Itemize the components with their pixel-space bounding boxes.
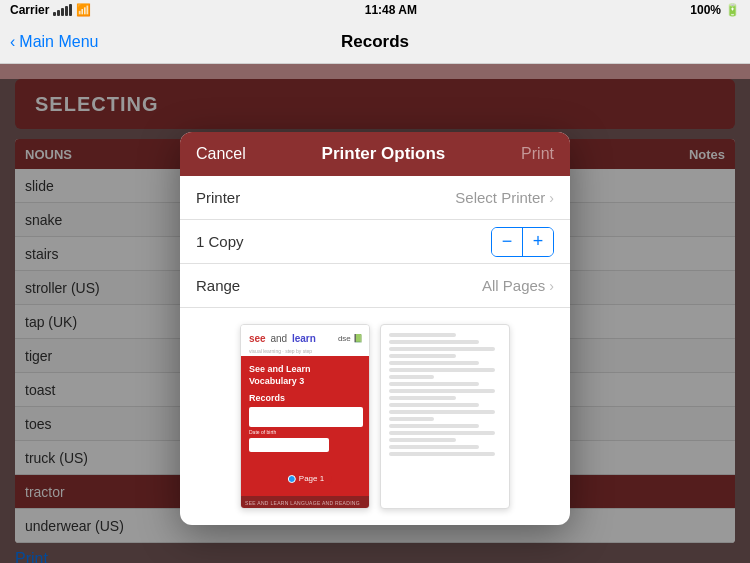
preview-cover-red: See and LearnVocabulary 3 Records Date o… xyxy=(241,356,370,474)
range-label: Range xyxy=(196,277,240,294)
tagline: visual learning · step by step xyxy=(241,348,370,356)
preview-cover: see and learn dse 📗 visual learning · st… xyxy=(241,325,370,509)
back-label[interactable]: Main Menu xyxy=(19,33,98,51)
preview-cover-top: see and learn dse 📗 xyxy=(241,325,370,348)
preview-line xyxy=(389,361,479,365)
preview-line xyxy=(389,389,495,393)
select-printer-text: Select Printer xyxy=(455,189,545,206)
preview-dob-field xyxy=(249,438,329,452)
status-time: 11:48 AM xyxy=(365,3,417,17)
see-and-learn-logo: see and learn xyxy=(249,333,316,344)
preview-page-2 xyxy=(380,324,510,509)
preview-line xyxy=(389,347,495,351)
printer-row[interactable]: Printer Select Printer › xyxy=(180,176,570,220)
preview-cover-footer: SEE AND LEARN LANGUAGE AND READING xyxy=(241,496,370,509)
nav-title: Records xyxy=(341,32,409,52)
dse-logo: dse 📗 xyxy=(338,334,363,343)
preview-line xyxy=(389,445,479,449)
cancel-button[interactable]: Cancel xyxy=(196,145,246,163)
preview-line xyxy=(389,417,434,421)
stepper-minus-button[interactable]: − xyxy=(492,228,522,256)
and-text: and xyxy=(268,333,290,344)
badge-dot xyxy=(288,475,296,483)
chevron-right-icon: › xyxy=(549,278,554,294)
battery-text: 100% xyxy=(690,3,721,17)
preview-line xyxy=(389,382,479,386)
page-preview-area: see and learn dse 📗 visual learning · st… xyxy=(180,308,570,525)
preview-line xyxy=(389,340,479,344)
learn-text: learn xyxy=(292,333,316,344)
preview-line xyxy=(389,452,495,456)
preview-line xyxy=(389,354,456,358)
preview-name-field xyxy=(249,407,363,427)
printer-label: Printer xyxy=(196,189,240,206)
modal-print-button[interactable]: Print xyxy=(521,145,554,163)
preview-line xyxy=(389,410,495,414)
range-value-text: All Pages xyxy=(482,277,545,294)
printer-value: Select Printer › xyxy=(455,189,554,206)
preview-line xyxy=(389,403,479,407)
preview-page2-content xyxy=(381,325,509,467)
nav-bar: ‹ Main Menu Records xyxy=(0,20,750,64)
signal-icon xyxy=(53,4,72,16)
modal-header: Cancel Printer Options Print xyxy=(180,132,570,176)
status-bar: Carrier 📶 11:48 AM 100% 🔋 xyxy=(0,0,750,20)
stepper-plus-button[interactable]: + xyxy=(523,228,553,256)
preview-line xyxy=(389,333,456,337)
chevron-right-icon: › xyxy=(549,190,554,206)
preview-page-cover: see and learn dse 📗 visual learning · st… xyxy=(240,324,370,509)
preview-line xyxy=(389,396,456,400)
modal-title: Printer Options xyxy=(322,144,446,164)
footer-text: SEE AND LEARN LANGUAGE AND READING xyxy=(245,500,360,506)
preview-cover-records: Records xyxy=(249,393,363,403)
range-value: All Pages › xyxy=(482,277,554,294)
page-badge: Page 1 xyxy=(280,471,332,486)
wifi-icon: 📶 xyxy=(76,3,91,17)
preview-cover-title: See and LearnVocabulary 3 xyxy=(249,364,363,387)
main-content: SELECTING NOUNS Notes slide snake stairs… xyxy=(0,79,750,563)
back-chevron-icon: ‹ xyxy=(10,33,15,51)
copy-stepper[interactable]: − + xyxy=(491,227,554,257)
status-right: 100% 🔋 xyxy=(690,3,740,17)
preview-line xyxy=(389,375,434,379)
printer-options-modal: Cancel Printer Options Print Printer Sel… xyxy=(180,132,570,525)
status-left: Carrier 📶 xyxy=(10,3,91,17)
back-button[interactable]: ‹ Main Menu xyxy=(10,33,98,51)
carrier-text: Carrier xyxy=(10,3,49,17)
battery-icon: 🔋 xyxy=(725,3,740,17)
page-badge-text: Page 1 xyxy=(299,474,324,483)
range-row[interactable]: Range All Pages › xyxy=(180,264,570,308)
see-text: see xyxy=(249,333,266,344)
dob-label: Date of birth xyxy=(249,429,363,435)
preview-line xyxy=(389,438,456,442)
preview-line xyxy=(389,368,495,372)
modal-overlay: Cancel Printer Options Print Printer Sel… xyxy=(0,79,750,563)
copy-label: 1 Copy xyxy=(196,233,244,250)
preview-line xyxy=(389,424,479,428)
preview-line xyxy=(389,431,495,435)
copy-row: 1 Copy − + xyxy=(180,220,570,264)
